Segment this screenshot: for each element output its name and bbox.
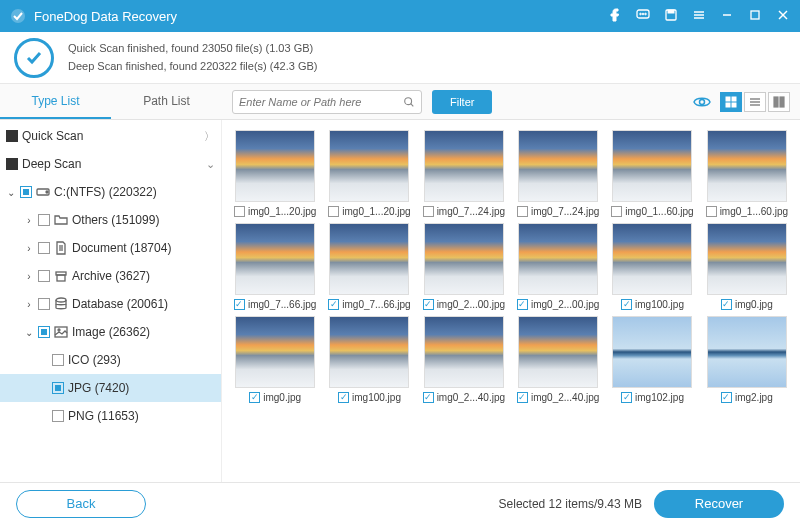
checkbox-icon[interactable] (234, 206, 245, 217)
thumbnail-item[interactable]: img0_1...60.jpg (607, 130, 697, 217)
chevron-right-icon[interactable]: › (24, 299, 34, 310)
checkbox-icon[interactable] (721, 392, 732, 403)
checkbox-icon[interactable] (621, 299, 632, 310)
tree-jpg[interactable]: JPG (7420) (0, 374, 221, 402)
thumbnail-image[interactable] (612, 316, 692, 388)
thumbnail-image[interactable] (424, 316, 504, 388)
tree-deep-scan[interactable]: Deep Scan ⌄ (0, 150, 221, 178)
facebook-icon[interactable] (608, 8, 622, 25)
thumbnail-image[interactable] (612, 223, 692, 295)
thumbnail-item[interactable]: img0_1...20.jpg (230, 130, 320, 217)
tree-quick-scan[interactable]: Quick Scan 〉 (0, 122, 221, 150)
thumbnail-image[interactable] (612, 130, 692, 202)
checkbox-icon[interactable] (249, 392, 260, 403)
thumbnail-image[interactable] (235, 223, 315, 295)
checkbox-icon[interactable] (38, 242, 50, 254)
thumbnail-item[interactable]: img100.jpg (607, 223, 697, 310)
tree-image[interactable]: ⌄ Image (26362) (0, 318, 221, 346)
thumbnail-image[interactable] (329, 223, 409, 295)
thumbnail-item[interactable]: img0_2...40.jpg (513, 316, 603, 403)
search-input[interactable] (239, 96, 403, 108)
checkbox-icon[interactable] (611, 206, 622, 217)
checkbox-icon[interactable] (338, 392, 349, 403)
checkbox-icon[interactable] (423, 206, 434, 217)
thumbnail-image[interactable] (707, 316, 787, 388)
thumbnail-image[interactable] (707, 130, 787, 202)
thumbnail-item[interactable]: img0_2...40.jpg (419, 316, 509, 403)
thumbnail-image[interactable] (235, 130, 315, 202)
recover-button[interactable]: Recover (654, 490, 784, 518)
thumbnail-image[interactable] (424, 223, 504, 295)
checkbox-icon[interactable] (423, 392, 434, 403)
thumbnail-item[interactable]: img100.jpg (324, 316, 414, 403)
tree-archive[interactable]: › Archive (3627) (0, 262, 221, 290)
checkbox-icon[interactable] (328, 206, 339, 217)
thumbnail-image[interactable] (518, 223, 598, 295)
checkbox-icon[interactable] (52, 382, 64, 394)
checkbox-icon[interactable] (328, 299, 339, 310)
checkbox-icon[interactable] (52, 410, 64, 422)
search-box[interactable] (232, 90, 422, 114)
thumbnail-image[interactable] (707, 223, 787, 295)
chevron-right-icon[interactable]: › (24, 243, 34, 254)
checkbox-icon[interactable] (721, 299, 732, 310)
minimize-icon[interactable] (720, 8, 734, 25)
checkbox-icon[interactable] (6, 130, 18, 142)
tree-drive[interactable]: ⌄ C:(NTFS) (220322) (0, 178, 221, 206)
thumbnail-image[interactable] (518, 316, 598, 388)
thumbnail-image[interactable] (424, 130, 504, 202)
checkbox-icon[interactable] (423, 299, 434, 310)
menu-icon[interactable] (692, 8, 706, 25)
filter-button[interactable]: Filter (432, 90, 492, 114)
tree-others[interactable]: › Others (151099) (0, 206, 221, 234)
tab-path-list[interactable]: Path List (111, 85, 222, 119)
tree-ico[interactable]: ICO (293) (0, 346, 221, 374)
thumbnail-item[interactable]: img0_1...20.jpg (324, 130, 414, 217)
chevron-right-icon[interactable]: › (24, 271, 34, 282)
thumbnail-item[interactable]: img0_1...60.jpg (702, 130, 792, 217)
thumbnail-item[interactable]: img0.jpg (702, 223, 792, 310)
thumbnail-item[interactable]: img2.jpg (702, 316, 792, 403)
thumbnail-image[interactable] (235, 316, 315, 388)
checkbox-icon[interactable] (38, 298, 50, 310)
thumbnail-item[interactable]: img0_2...00.jpg (419, 223, 509, 310)
thumbnail-item[interactable]: img0_2...00.jpg (513, 223, 603, 310)
chevron-down-icon[interactable]: ⌄ (6, 187, 16, 198)
checkbox-icon[interactable] (517, 392, 528, 403)
thumbnail-image[interactable] (329, 130, 409, 202)
thumbnail-item[interactable]: img0.jpg (230, 316, 320, 403)
tree-png[interactable]: PNG (11653) (0, 402, 221, 430)
checkbox-icon[interactable] (20, 186, 32, 198)
checkbox-icon[interactable] (517, 206, 528, 217)
view-grid-button[interactable] (720, 92, 742, 112)
save-icon[interactable] (664, 8, 678, 25)
tree-document[interactable]: › Document (18704) (0, 234, 221, 262)
tree-database[interactable]: › Database (20061) (0, 290, 221, 318)
thumbnail-item[interactable]: img0_7...24.jpg (513, 130, 603, 217)
chevron-right-icon[interactable]: › (24, 215, 34, 226)
checkbox-icon[interactable] (38, 214, 50, 226)
chevron-down-icon[interactable]: ⌄ (24, 327, 34, 338)
thumbnail-item[interactable]: img0_7...24.jpg (419, 130, 509, 217)
tab-type-list[interactable]: Type List (0, 85, 111, 119)
thumbnail-item[interactable]: img0_7...66.jpg (230, 223, 320, 310)
thumbnail-item[interactable]: img0_7...66.jpg (324, 223, 414, 310)
checkbox-icon[interactable] (517, 299, 528, 310)
checkbox-icon[interactable] (6, 158, 18, 170)
checkbox-icon[interactable] (706, 206, 717, 217)
view-list-button[interactable] (744, 92, 766, 112)
checkbox-icon[interactable] (38, 326, 50, 338)
close-icon[interactable] (776, 8, 790, 25)
thumbnail-image[interactable] (329, 316, 409, 388)
back-button[interactable]: Back (16, 490, 146, 518)
maximize-icon[interactable] (748, 8, 762, 25)
view-detail-button[interactable] (768, 92, 790, 112)
checkbox-icon[interactable] (621, 392, 632, 403)
checkbox-icon[interactable] (52, 354, 64, 366)
thumbnail-image[interactable] (518, 130, 598, 202)
checkbox-icon[interactable] (38, 270, 50, 282)
thumbnail-item[interactable]: img102.jpg (607, 316, 697, 403)
feedback-icon[interactable] (636, 8, 650, 25)
preview-toggle[interactable] (690, 92, 714, 112)
checkbox-icon[interactable] (234, 299, 245, 310)
